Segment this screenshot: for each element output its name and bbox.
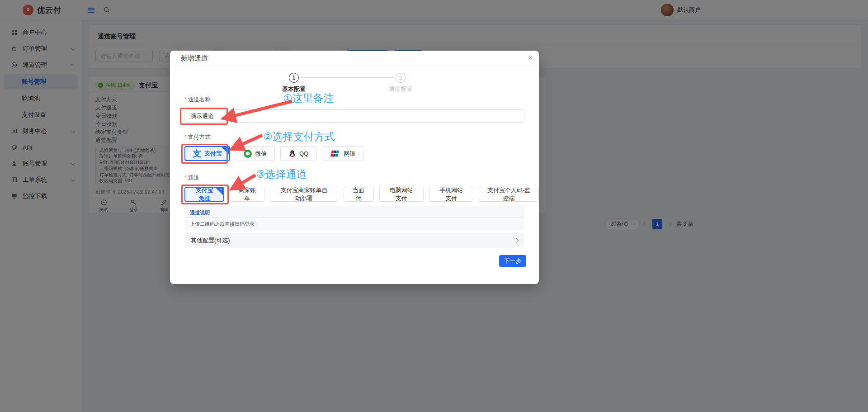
channel-option-face-to-face[interactable]: 当面付 [344, 187, 374, 202]
channel-option-label: 支付宝商家账单自动部署 [278, 186, 330, 203]
channel-option-alipay-miangua[interactable]: 支付宝免挂 ✓ [184, 187, 224, 202]
required-asterisk: * [184, 96, 187, 103]
channel-option-label: 商家账单 [238, 186, 257, 203]
divider [170, 66, 539, 66]
step-1-label: 基本配置 [276, 85, 312, 93]
channel-option-merchant-bill[interactable]: 商家账单 [230, 187, 265, 202]
channel-options: 支付宝免挂 ✓ 商家账单 支付宝商家账单自动部署 当面付 电脑网站支付 手机网站… [184, 187, 539, 202]
divider [184, 217, 524, 218]
other-config-toggle[interactable]: 其他配置(可选) [184, 233, 524, 248]
field-label-text: 通道 [188, 175, 199, 181]
channel-option-mobile-website[interactable]: 手机网站支付 [429, 187, 473, 202]
channel-info-box: 通道说明 上传二维码之后直接扫码登录 [184, 206, 524, 230]
pay-option-wechat[interactable]: 微信 [236, 146, 275, 161]
annotation-text-1: ①这里备注 [283, 91, 334, 105]
annotation-text-3: ③选择通道 [256, 167, 307, 181]
step-number: 2 [399, 75, 402, 81]
field-label-text: 支付方式 [188, 134, 211, 140]
channel-info-title: 通道说明 [190, 209, 210, 216]
channel-option-label: 当面付 [352, 186, 366, 203]
step-2-circle: 2 [396, 73, 406, 83]
channel-option-pc-website[interactable]: 电脑网站支付 [379, 187, 424, 202]
annotation-arrows [170, 51, 539, 284]
pay-method-label: *支付方式 [184, 133, 211, 141]
step-1-circle: 1 [289, 73, 299, 83]
channel-option-label: 支付宝个人码-监控端 [487, 186, 531, 203]
chevron-right-icon [514, 238, 519, 243]
channel-name-label: *通道名称 [184, 96, 211, 104]
add-channel-modal: 新增通道 × 1 2 基本配置 通道配置 *通道名称 *支付方式 支 支付宝 ✓… [170, 51, 539, 284]
required-asterisk: * [184, 175, 187, 181]
channel-option-merchant-bill-auto[interactable]: 支付宝商家账单自动部署 [270, 187, 338, 202]
wechat-icon [244, 150, 252, 158]
next-step-button[interactable]: 下一步 [499, 255, 526, 267]
channel-option-label: 手机网站支付 [437, 186, 465, 203]
channel-option-label: 电脑网站支付 [387, 186, 415, 203]
required-asterisk: * [184, 134, 187, 140]
channel-label: *通道 [184, 174, 199, 182]
pay-option-qq[interactable]: QQ [280, 146, 316, 161]
qq-penguin-icon [288, 150, 296, 157]
modal-title: 新增通道 [181, 51, 208, 66]
pay-option-netbank[interactable]: 网银 [322, 146, 363, 161]
pay-option-label: 网银 [344, 150, 355, 158]
selected-check-badge: ✓ [221, 147, 230, 155]
channel-option-personal-qr-monitor[interactable]: 支付宝个人码-监控端 [479, 187, 539, 202]
annotation-text-2: ②选择支付方式 [263, 130, 335, 144]
pay-option-label: QQ [299, 150, 308, 157]
pay-option-label: 支付宝 [204, 150, 222, 158]
channel-name-input[interactable] [184, 109, 524, 123]
other-config-label: 其他配置(可选) [191, 237, 230, 245]
channel-info-text: 上传二维码之后直接扫码登录 [190, 221, 255, 227]
channel-option-label: 支付宝免挂 [193, 186, 216, 203]
alipay-icon: 支 [193, 149, 201, 158]
close-icon[interactable]: × [528, 53, 533, 63]
selected-check-badge: ✓ [215, 187, 224, 196]
step-2-label: 通道配置 [382, 85, 419, 93]
pay-option-alipay[interactable]: 支 支付宝 ✓ [184, 146, 230, 161]
pay-option-label: 微信 [255, 150, 267, 158]
pay-method-options: 支 支付宝 ✓ 微信 QQ 网银 [184, 146, 363, 161]
unionpay-icon [330, 150, 340, 157]
step-number: 1 [292, 75, 296, 81]
step-connector-line [301, 77, 394, 78]
field-label-text: 通道名称 [188, 96, 211, 103]
